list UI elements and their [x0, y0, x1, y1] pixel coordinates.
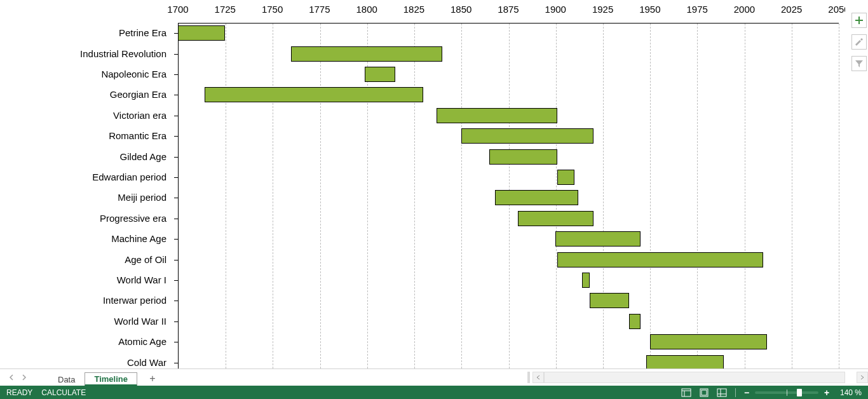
y-category-label: Romantic Era	[109, 130, 172, 141]
tab-nav	[0, 369, 36, 386]
y-category-label: World War I	[117, 274, 172, 285]
zoom-slider[interactable]	[755, 391, 818, 394]
bar[interactable]	[291, 46, 442, 62]
svg-rect-2	[682, 389, 691, 396]
zoom-slider-thumb[interactable]	[797, 389, 802, 396]
workspace: 1700172517501775180018251850187519001925…	[0, 0, 868, 399]
bar[interactable]	[518, 211, 593, 226]
x-tick-label: 1900	[545, 4, 566, 15]
chart-filters-button[interactable]	[851, 56, 867, 71]
view-page-layout-button[interactable]	[697, 386, 711, 399]
x-tick-label: 1775	[309, 4, 330, 15]
x-tick-label: 1850	[451, 4, 471, 15]
bar[interactable]	[557, 170, 574, 185]
zoom-out-button[interactable]: −	[742, 388, 751, 397]
sheet-tab[interactable]: Data	[48, 372, 85, 386]
bar[interactable]	[489, 149, 557, 165]
y-category-label: World War II	[114, 316, 172, 327]
tab-nav-prev[interactable]	[6, 372, 17, 382]
chart-bars	[178, 23, 839, 369]
svg-rect-7	[717, 389, 726, 396]
y-category-label: Gilded Age	[120, 151, 172, 162]
y-category-label: Atomic Age	[118, 336, 172, 347]
y-category-label: Georgian Era	[110, 89, 172, 100]
tab-nav-next[interactable]	[19, 372, 29, 382]
bar[interactable]	[205, 87, 424, 102]
tab-split-handle[interactable]	[527, 372, 530, 383]
svg-rect-6	[702, 390, 707, 395]
bar[interactable]	[437, 108, 557, 123]
bar[interactable]	[582, 273, 590, 288]
x-axis-labels: 1700172517501775180018251850187519001925…	[178, 4, 839, 19]
zoom-in-button[interactable]: +	[822, 388, 831, 397]
chart-elements-button[interactable]	[851, 13, 867, 28]
x-tick-label: 2025	[781, 4, 802, 15]
bar[interactable]	[590, 293, 629, 308]
bar[interactable]	[557, 252, 763, 267]
hscroll-right-button[interactable]	[857, 372, 868, 383]
y-category-label: Victorian era	[113, 110, 172, 121]
x-tick-label: 1925	[592, 4, 613, 15]
x-tick-label: 1725	[215, 4, 236, 15]
x-tick-label: 1800	[356, 4, 377, 15]
y-category-label: Petrine Era	[119, 27, 172, 38]
x-tick-label: 1975	[686, 4, 707, 15]
hscroll-track[interactable]	[544, 372, 845, 383]
bar[interactable]	[555, 231, 641, 247]
x-tick-label: 1700	[167, 4, 188, 15]
x-tick-label: 1950	[639, 4, 660, 15]
y-category-label: Napoleonic Era	[101, 69, 172, 79]
y-category-label: Interwar period	[103, 295, 172, 306]
chart-side-toolbar	[851, 13, 867, 71]
y-category-label: Machine Age	[111, 233, 172, 244]
bar[interactable]	[646, 355, 724, 369]
add-sheet-button[interactable]: +	[145, 372, 160, 386]
y-category-label: Progressive era	[100, 213, 172, 224]
x-tick-label: 1825	[403, 4, 424, 15]
bar[interactable]	[365, 67, 395, 82]
view-normal-button[interactable]	[679, 386, 693, 399]
chart-styles-button[interactable]	[851, 34, 867, 50]
y-category-label: Industrial Revolution	[80, 48, 172, 59]
x-tick-label: 2050	[828, 4, 845, 15]
y-category-label: Meiji period	[118, 192, 172, 203]
view-page-break-button[interactable]	[715, 386, 729, 399]
x-tick-label: 1875	[498, 4, 519, 15]
bar[interactable]	[178, 25, 225, 41]
horizontal-scroll-region	[525, 369, 868, 386]
bar[interactable]	[650, 334, 767, 349]
bar[interactable]	[461, 128, 593, 144]
x-tick-label: 1750	[262, 4, 283, 15]
y-category-label: Age of Oil	[125, 254, 172, 265]
tabs: DataTimeline	[48, 369, 137, 386]
x-tick-label: 2000	[734, 4, 755, 15]
sheet-tab[interactable]: Timeline	[85, 372, 137, 386]
bar[interactable]	[495, 190, 578, 205]
y-category-label: Cold War	[127, 357, 172, 368]
hscroll-left-button[interactable]	[532, 372, 544, 383]
grid-line	[839, 24, 839, 369]
bar[interactable]	[629, 314, 641, 329]
status-bar: READY CALCULATE − + 140 %	[0, 386, 868, 399]
chart-container[interactable]: 1700172517501775180018251850187519001925…	[6, 0, 845, 369]
y-category-label: Edwardian period	[92, 172, 172, 182]
status-ready: READY	[6, 388, 32, 397]
status-calculate[interactable]: CALCULATE	[41, 388, 86, 397]
zoom-label[interactable]: 140 %	[835, 388, 862, 397]
